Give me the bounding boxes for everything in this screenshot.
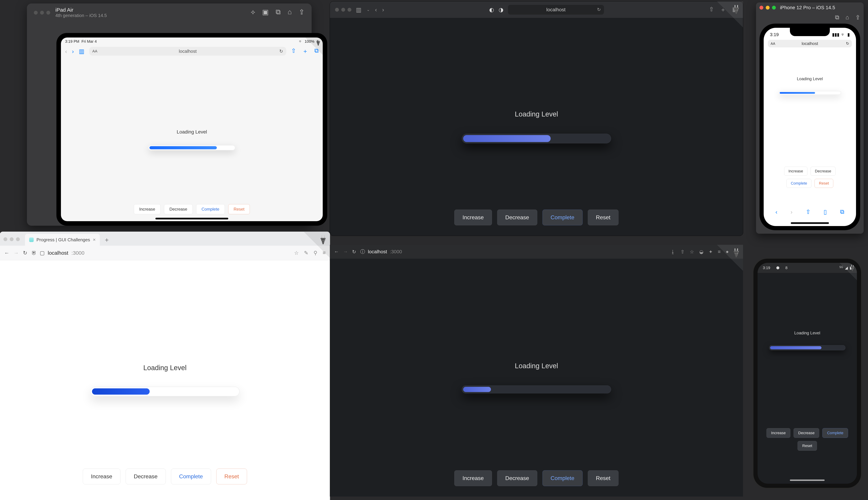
- increase-button[interactable]: Increase: [454, 470, 492, 486]
- traffic-lights[interactable]: [760, 6, 776, 10]
- extension-icon[interactable]: ◒: [699, 249, 704, 255]
- address-input[interactable]: ⛨ ▢ localhost:3000: [32, 249, 290, 257]
- home-indicator[interactable]: [156, 218, 228, 219]
- home-indicator[interactable]: [791, 222, 829, 224]
- decrease-button[interactable]: Decrease: [793, 428, 819, 438]
- tabs-icon[interactable]: ⧉: [840, 208, 844, 215]
- reload-icon[interactable]: ↻: [846, 41, 849, 46]
- increase-button[interactable]: Increase: [454, 209, 492, 225]
- url-port: :3000: [390, 249, 402, 254]
- complete-button[interactable]: Complete: [171, 468, 211, 484]
- ipad-sim-toolbar: ⟡ ▣ ⧉ ⌂ ⇪: [251, 8, 305, 16]
- devtools-flag[interactable]: 🔌: [304, 232, 330, 258]
- increase-button[interactable]: Increase: [784, 167, 808, 176]
- bookmarks-icon[interactable]: ▯: [824, 208, 827, 215]
- reload-icon[interactable]: ↻: [597, 7, 601, 12]
- increase-button[interactable]: Increase: [83, 468, 121, 484]
- reset-button[interactable]: Reset: [216, 468, 247, 484]
- share-icon[interactable]: ⇧: [806, 208, 811, 215]
- home-indicator[interactable]: [790, 479, 825, 481]
- url-text: localhost: [802, 41, 818, 46]
- back-icon[interactable]: ‹: [776, 208, 777, 215]
- reset-button[interactable]: Reset: [798, 441, 817, 451]
- traffic-lights[interactable]: [335, 8, 351, 12]
- android-screen: 3:19 ⬢ 8 5G◢▮ 🔌 Loading Level Increase D…: [757, 263, 857, 484]
- shield-icon[interactable]: ◐: [489, 7, 494, 13]
- complete-button[interactable]: Complete: [542, 209, 583, 225]
- iphone-screen: 3:19 ▮▮▮ᯤ▮ AA localhost ↻ Loading Level …: [764, 28, 856, 226]
- screenshot-icon[interactable]: ⧉: [835, 14, 839, 21]
- back-icon[interactable]: ←: [4, 250, 9, 256]
- reload-icon[interactable]: ↻: [279, 49, 283, 54]
- home-icon[interactable]: ⌂: [845, 14, 849, 21]
- ipad-simulator-window: iPad Air 4th generation – iOS 14.5 ⟡ ▣ ⧉…: [27, 3, 312, 226]
- share-icon[interactable]: ⇧: [709, 6, 714, 14]
- decrease-button[interactable]: Decrease: [164, 204, 193, 214]
- browser-tab[interactable]: Progress | GUI Challenges ×: [25, 234, 100, 246]
- forward-icon[interactable]: ›: [382, 6, 384, 13]
- lock-icon[interactable]: ▢: [40, 250, 45, 256]
- share-icon[interactable]: ⇪: [855, 14, 860, 21]
- close-tab-icon[interactable]: ×: [93, 237, 96, 242]
- forward-icon[interactable]: ›: [72, 48, 74, 55]
- install-icon[interactable]: ⭳: [671, 249, 675, 255]
- share-icon[interactable]: ⇪: [299, 8, 305, 16]
- address-bar[interactable]: localhost ↻: [508, 5, 604, 14]
- rotate-icon[interactable]: ▣: [262, 8, 269, 16]
- address-bar[interactable]: AA localhost ↻: [768, 40, 852, 47]
- forward-icon[interactable]: →: [13, 250, 19, 256]
- devtools-flag[interactable]: 🔌: [305, 37, 323, 55]
- progress-bar: [462, 134, 611, 144]
- star-icon[interactable]: ☆: [690, 249, 694, 255]
- sidebar-icon[interactable]: ▥: [356, 6, 362, 13]
- reset-button[interactable]: Reset: [588, 209, 619, 225]
- increase-button[interactable]: Increase: [766, 428, 790, 438]
- share-icon[interactable]: ⇧: [291, 47, 296, 55]
- puzzle-icon[interactable]: ✦: [709, 249, 712, 255]
- reset-button[interactable]: Reset: [588, 470, 619, 486]
- button-row: Increase Decrease Complete Reset: [454, 209, 618, 225]
- reader-icon[interactable]: AA: [770, 42, 775, 46]
- address-input[interactable]: ⓘ localhost:3000: [360, 248, 666, 255]
- ipad-title: iPad Air: [55, 7, 107, 13]
- back-icon[interactable]: ←: [334, 249, 339, 254]
- forward-icon[interactable]: ›: [791, 208, 792, 215]
- share-icon[interactable]: ⇧: [681, 249, 685, 255]
- ipad-subtitle: 4th generation – iOS 14.5: [55, 13, 107, 18]
- forward-icon[interactable]: →: [343, 249, 348, 254]
- sidebar-icon[interactable]: ▥: [79, 48, 84, 55]
- progress-bar: [462, 385, 611, 394]
- reload-icon[interactable]: ↻: [352, 249, 356, 255]
- reload-icon[interactable]: ↻: [23, 250, 27, 256]
- iphone-simulator-window: iPhone 12 Pro – iOS 14.5 ⧉ ⌂ ⇪ 3:19 ▮▮▮ᯤ…: [756, 2, 864, 234]
- decrease-button[interactable]: Decrease: [811, 167, 835, 176]
- address-bar[interactable]: AA localhost ↻: [89, 47, 286, 56]
- reset-button[interactable]: Reset: [814, 179, 833, 188]
- home-icon[interactable]: ⌂: [288, 8, 292, 16]
- complete-button[interactable]: Complete: [786, 179, 811, 188]
- increase-button[interactable]: Increase: [134, 204, 161, 214]
- complete-button[interactable]: Complete: [542, 470, 583, 486]
- star-icon[interactable]: ☆: [294, 250, 299, 256]
- decrease-button[interactable]: Decrease: [126, 468, 166, 484]
- decrease-button[interactable]: Decrease: [497, 470, 537, 486]
- pointer-icon[interactable]: ⟡: [251, 8, 255, 16]
- complete-button[interactable]: Complete: [822, 428, 848, 438]
- back-icon[interactable]: ‹: [65, 48, 67, 55]
- traffic-lights[interactable]: [3, 237, 20, 241]
- new-tab-button[interactable]: ＋: [102, 234, 112, 246]
- shield-icon[interactable]: ⛨: [32, 250, 37, 256]
- back-icon[interactable]: ‹: [375, 6, 377, 13]
- progress-fill: [463, 135, 551, 142]
- decrease-button[interactable]: Decrease: [497, 209, 537, 225]
- info-icon[interactable]: ⓘ: [360, 248, 365, 255]
- reader-icon[interactable]: AA: [92, 49, 98, 54]
- traffic-lights[interactable]: [34, 11, 50, 14]
- reset-button[interactable]: Reset: [228, 204, 250, 214]
- chevron-down-icon[interactable]: ⌄: [367, 8, 370, 12]
- plug-icon: 🔌: [848, 263, 857, 272]
- screenshot-icon[interactable]: ⧉: [276, 8, 281, 16]
- complete-button[interactable]: Complete: [196, 204, 225, 214]
- appearance-icon[interactable]: ◑: [499, 7, 503, 13]
- button-row: Increase Decrease Complete Reset: [83, 468, 247, 484]
